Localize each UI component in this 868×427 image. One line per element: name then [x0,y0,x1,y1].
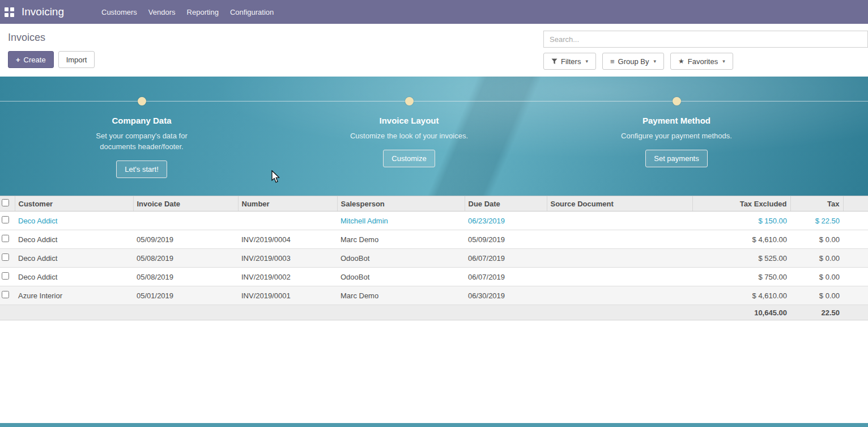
page-title: Invoices [8,32,95,44]
step-description: Customize the look of your invoices. [350,131,468,142]
onboarding-step-payment-method: Payment Method Configure your payment me… [543,97,810,178]
row-checkbox[interactable] [2,272,9,280]
main-menu: Customers Vendors Reporting Configuratio… [96,0,279,24]
total-tax: 22.50 [790,305,843,320]
menu-configuration[interactable]: Configuration [224,0,279,24]
cell-salesperson: Marc Demo [337,230,465,249]
menu-customers[interactable]: Customers [96,0,143,24]
caret-down-icon: ▾ [722,58,725,64]
cell-filler [843,212,868,230]
step-title: Company Data [112,116,171,125]
invoice-table: Customer Invoice Date Number Salesperson… [0,196,868,320]
row-checkbox[interactable] [2,235,9,242]
cell-number: INV/2019/0003 [238,249,337,268]
onboarding-step-company-data: Company Data Set your company's data for… [8,97,275,178]
row-checkbox-cell [0,212,15,230]
cell-filler [843,286,868,305]
column-header-customer[interactable]: Customer [15,196,133,212]
cell-source-document [547,286,692,305]
cell-tax-excluded: $ 4,610.00 [692,230,790,249]
column-header-number[interactable]: Number [238,196,337,212]
cell-invoice-date: 05/09/2019 [133,230,238,249]
column-header-salesperson[interactable]: Salesperson [337,196,465,212]
cell-customer: Deco Addict [15,268,133,286]
cell-filler [843,268,868,286]
cell-salesperson: OdooBot [337,268,465,286]
row-checkbox-cell [0,286,15,305]
caret-down-icon: ▾ [653,58,656,64]
set-payments-button[interactable]: Set payments [645,150,708,167]
control-panel: Invoices +Create Import Filters ▾ ≡ Grou… [0,24,868,77]
cell-customer: Deco Addict [15,230,133,249]
search-box [543,31,868,48]
table-row[interactable]: Deco Addict 05/08/2019 INV/2019/0002 Odo… [0,268,868,286]
total-tax-excluded: 10,645.00 [692,305,790,320]
cell-invoice-date: 05/08/2019 [133,268,238,286]
cell-filler [843,249,868,268]
menu-vendors[interactable]: Vendors [143,0,181,24]
row-checkbox[interactable] [2,291,9,298]
cell-number: INV/2019/0004 [238,230,337,249]
cell-due-date: 06/07/2019 [465,249,547,268]
cell-tax-excluded: $ 750.00 [692,268,790,286]
app-name[interactable]: Invoicing [22,6,64,18]
filters-button[interactable]: Filters ▾ [543,53,596,70]
filters-button-label: Filters [561,57,581,66]
cell-invoice-date: 05/01/2019 [133,286,238,305]
caret-down-icon: ▾ [585,58,588,64]
cell-number: INV/2019/0002 [238,268,337,286]
cell-due-date: 06/23/2019 [465,212,547,230]
cell-due-date: 06/07/2019 [465,268,547,286]
table-row[interactable]: Deco Addict 05/09/2019 INV/2019/0004 Mar… [0,230,868,249]
column-header-tax-excluded[interactable]: Tax Excluded [692,196,790,212]
favorites-button[interactable]: ★ Favorites ▾ [670,53,733,70]
timeline-dot [405,97,414,105]
plus-icon: + [16,56,20,64]
table-header-row: Customer Invoice Date Number Salesperson… [0,196,868,212]
cell-salesperson: Mitchell Admin [337,212,465,230]
select-all-checkbox[interactable] [2,199,9,206]
create-button[interactable]: +Create [8,51,54,68]
step-description: Configure your payment methods. [621,131,732,142]
cell-source-document [547,230,692,249]
step-description: Set your company's data for documents he… [78,131,206,153]
cell-number: INV/2019/0001 [238,286,337,305]
row-checkbox-cell [0,268,15,286]
timeline-dot [138,97,146,105]
filter-icon [551,58,558,65]
cell-customer: Azure Interior [15,286,133,305]
column-header-tax[interactable]: Tax [790,196,843,212]
cell-source-document [547,268,692,286]
apps-grid-icon[interactable] [5,7,14,17]
customize-button[interactable]: Customize [383,150,435,167]
cell-customer: Deco Addict [15,249,133,268]
cell-invoice-date [133,212,238,230]
table-row[interactable]: Deco Addict Mitchell Admin 06/23/2019 $ … [0,212,868,230]
cell-salesperson: OdooBot [337,249,465,268]
column-header-due-date[interactable]: Due Date [465,196,547,212]
import-button[interactable]: Import [58,51,95,68]
top-navbar: Invoicing Customers Vendors Reporting Co… [0,0,868,24]
search-input[interactable] [544,31,867,47]
lets-start-button[interactable]: Let's start! [116,160,167,178]
group-by-button[interactable]: ≡ Group By ▾ [602,53,664,70]
cell-number [238,212,337,230]
table-row[interactable]: Deco Addict 05/08/2019 INV/2019/0003 Odo… [0,249,868,268]
table-row[interactable]: Azure Interior 05/01/2019 INV/2019/0001 … [0,286,868,305]
column-header-invoice-date[interactable]: Invoice Date [133,196,238,212]
cell-tax: $ 22.50 [790,212,843,230]
favorites-star-icon: ★ [678,57,684,65]
cell-due-date: 05/09/2019 [465,230,547,249]
import-button-label: Import [66,56,87,64]
group-by-icon: ≡ [610,57,615,66]
column-header-source-document[interactable]: Source Document [547,196,692,212]
menu-reporting[interactable]: Reporting [181,0,224,24]
row-checkbox[interactable] [2,253,9,261]
cell-tax: $ 0.00 [790,249,843,268]
totals-empty-cell [0,305,15,320]
cell-tax: $ 0.00 [790,268,843,286]
row-checkbox[interactable] [2,216,9,223]
cell-tax-excluded: $ 4,610.00 [692,286,790,305]
totals-row: 10,645.00 22.50 [0,305,868,320]
cell-source-document [547,212,692,230]
